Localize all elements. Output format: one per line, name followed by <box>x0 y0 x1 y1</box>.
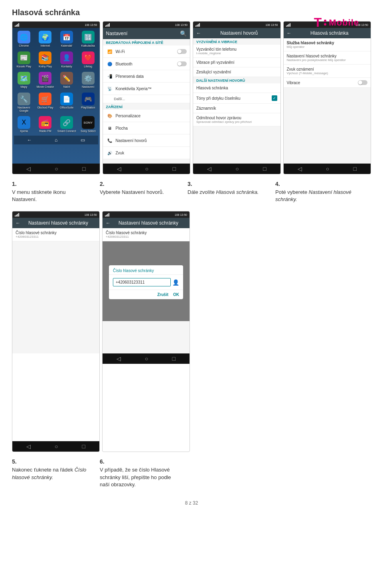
bluetooth-toggle[interactable] <box>177 61 187 66</box>
app-playstation[interactable]: 🎮 PlayStation <box>78 91 98 113</box>
settings-desktop[interactable]: 🖥 Plocha <box>103 122 190 134</box>
app-draw[interactable]: ✏️ Náčrt <box>57 71 77 90</box>
voicemail-notification-sound[interactable]: Zvuk oznámení Výchozí (T-Mobile_message) <box>284 65 371 78</box>
step-6-text: V případě, že se číslo Hlasové schránky … <box>100 466 180 488</box>
dialpad-checkbox[interactable]: ✓ <box>272 95 277 101</box>
callsettings-header-title: Nastavení hovorů <box>220 30 258 36</box>
settings-search-icon[interactable]: 🔍 <box>180 30 187 37</box>
mobile-text: Mobile <box>329 18 359 28</box>
step-2-text: Vyberete Nastavení hovorů. <box>100 189 180 196</box>
settings-personalization[interactable]: 🎨 Personalizace <box>103 110 190 122</box>
dialog-ok-button[interactable]: OK <box>173 292 179 297</box>
app-smart[interactable]: 🔗 Smart Connect <box>57 115 77 134</box>
dialog-input-row: 👤 <box>109 275 183 290</box>
screen-5-vm-number: 108 13:50 ← Nastavení hlasové schránky Č… <box>12 211 100 452</box>
settings-xperia[interactable]: 📡 Konektivita Xperia™ <box>103 83 190 95</box>
dialog-overlay: Číslo hlasové schránky 👤 Zrušit OK <box>103 241 190 321</box>
settings-bluetooth[interactable]: 🔵 Bluetooth <box>103 58 190 70</box>
voicemail-back-icon[interactable]: ← <box>287 30 292 36</box>
app-movie[interactable]: 🎬 Movie Creator <box>36 71 55 90</box>
app-nastaveni-google[interactable]: 🔧 Nastavení Google <box>14 91 34 113</box>
callsettings-dialpad-tones[interactable]: Tóny při dotyku číselníku ✓ <box>193 93 280 104</box>
status-bar-2: 108 13:50 <box>103 22 190 28</box>
callsettings-section-more: DALŠÍ NASTAVENÍ HOVORŮ <box>193 77 280 83</box>
vmn5-header-title: Nastavení hlasové schránky <box>28 220 88 226</box>
status-bar-6: 108 13:50 <box>103 211 190 218</box>
app-shop[interactable]: 🛒 Obchod Play <box>36 91 55 113</box>
app-xperia[interactable]: X Xperia <box>14 115 34 134</box>
app-internet[interactable]: 🌍 Internet <box>36 30 55 49</box>
screen-2-settings: 108 13:50 Nastavení 🔍 BEZDRÁTOVÁ PŘIPOJE… <box>103 21 191 174</box>
app-contacts[interactable]: 👤 Kontakty <box>57 50 77 69</box>
step-3-number: 3. <box>188 181 267 187</box>
status-bar-5: 108 13:50 <box>12 211 99 218</box>
app-maps[interactable]: 🗺️ Mapy <box>14 71 34 90</box>
settings-data[interactable]: 📲 Přenesená data <box>103 70 190 83</box>
voicemail-vibrate[interactable]: Vibrace <box>284 78 371 88</box>
step-3: 3. Dále zvolíte Hlasová schránka. <box>188 181 267 203</box>
step-1-number: 1. <box>12 181 92 187</box>
voicemail-settings[interactable]: Nastavení hlasové schránky Nastavení pro… <box>284 51 371 65</box>
callsettings-recorder[interactable]: Záznamník <box>193 104 280 113</box>
voicemail-header-title: Hlasová schránka <box>310 30 348 36</box>
screen-6-vm-dialog: 108 13:50 ← Nastavení hlasové schránky Č… <box>102 211 190 452</box>
status-bar-3: 108 13:50 <box>193 22 280 28</box>
steps-bottom-row: 5. Nakonec ťuknete na řádek Číslo hlasov… <box>12 458 371 488</box>
dialog-box: Číslo hlasové schránky 👤 Zrušit OK <box>109 265 183 299</box>
voicemail-service[interactable]: Služba hlasové schránky Můj operátor <box>284 38 371 51</box>
step-6: 6. V případě, že se číslo Hlasové schrán… <box>100 458 180 488</box>
callsettings-reject-msg[interactable]: Odmítnout hovor zprávou Spravovat odmíta… <box>193 113 280 126</box>
logo-dots <box>324 20 326 26</box>
step-4-text: Poté vyberete Nastavení hlasové schránky… <box>275 189 363 203</box>
app-office[interactable]: 📄 OfficeSuite <box>57 91 77 113</box>
dialog-number-input[interactable] <box>113 278 171 286</box>
callsettings-section-ringtone: VYZVÁNĚNÍ A VIBRACE <box>193 38 280 45</box>
app-chrome[interactable]: 🌐 Chrome <box>14 30 34 49</box>
step-6-number: 6. <box>100 458 180 465</box>
app-radio[interactable]: 📻 Rádio FM <box>36 115 55 134</box>
step-5-text: Nakonec ťuknete na řádek Číslo hlasové s… <box>12 466 92 481</box>
vmn6-item[interactable]: Číslo hlasové schránky +420603123311 <box>103 228 190 241</box>
callsettings-voicemail[interactable]: Hlasová schránka <box>193 83 280 93</box>
screenshots-bottom-row: 108 13:50 ← Nastavení hlasové schránky Č… <box>12 211 371 452</box>
steps-top-row: 1. V menu stisknete ikonu Nastavení. 2. … <box>12 181 371 203</box>
settings-sound[interactable]: 🔊 Zvuk <box>103 147 190 159</box>
step-4-number: 4. <box>275 181 363 187</box>
step-1: 1. V menu stisknete ikonu Nastavení. <box>12 181 92 203</box>
screen-3-call-settings: 108 13:50 ← Nastavení hovorů VYZVÁNĚNÍ A… <box>193 21 281 174</box>
app-lifelog[interactable]: ❤️ Lifelog <box>78 50 98 69</box>
vmn5-back-icon[interactable]: ← <box>16 220 20 226</box>
settings-more[interactable]: Další... <box>103 95 190 103</box>
t-letter: T <box>314 15 322 30</box>
vmn5-item[interactable]: Číslo hlasové schránky +420603123311 <box>12 228 99 241</box>
step-1-text: V menu stisknete ikonu Nastavení. <box>12 189 92 203</box>
settings-calls[interactable]: 📞 Nastavení hovorů <box>103 134 190 147</box>
vmn6-header-title: Nastavení hlasové schránky <box>118 220 178 226</box>
dialog-contact-icon[interactable]: 👤 <box>172 279 179 286</box>
step-4: 4. Poté vyberete Nastavení hlasové schrá… <box>275 181 363 203</box>
callsettings-back-icon[interactable]: ← <box>196 30 201 36</box>
vmn6-back-icon[interactable]: ← <box>106 220 111 226</box>
app-settings[interactable]: ⚙️ Nastavení <box>78 71 98 90</box>
dialog-title: Číslo hlasové schránky <box>109 265 183 275</box>
app-calendar[interactable]: 📅 Kalendář <box>57 30 77 49</box>
vibrate-toggle[interactable] <box>358 80 367 85</box>
step-2: 2. Vyberete Nastavení hovorů. <box>100 181 180 203</box>
callsettings-ringtone[interactable]: Vyzváněcí tón telefonu t-mobile_ringtone <box>193 45 280 58</box>
app-books[interactable]: 📚 Knihy Play <box>36 50 55 69</box>
screen-1-homescreen: 108 13:50 🌐 Chrome 🌍 Internet 📅 <box>12 21 100 174</box>
wifi-toggle[interactable] <box>177 49 187 54</box>
step-3-text: Dále zvolíte Hlasová schránka. <box>188 189 267 196</box>
callsettings-vibrate[interactable]: Vibrace při vyzvánění <box>193 58 280 67</box>
screenshots-top-row: 108 13:50 🌐 Chrome 🌍 Internet 📅 <box>12 21 371 174</box>
tmobile-logo: T Mobile <box>314 15 359 30</box>
app-kiosk[interactable]: 📰 Kiosek Play <box>14 50 34 69</box>
step-2-number: 2. <box>100 181 180 187</box>
step-5: 5. Nakonec ťuknete na řádek Číslo hlasov… <box>12 458 92 488</box>
settings-wifi[interactable]: 📶 Wi-Fi <box>103 45 190 58</box>
dialog-buttons: Zrušit OK <box>109 290 183 299</box>
callsettings-increasing[interactable]: Zesilující vyzvánění <box>193 67 280 77</box>
app-calculator[interactable]: 🔢 Kalkulačka <box>78 30 98 49</box>
dialog-cancel-button[interactable]: Zrušit <box>157 292 168 297</box>
app-sony[interactable]: SONY Sony Select <box>78 115 98 134</box>
